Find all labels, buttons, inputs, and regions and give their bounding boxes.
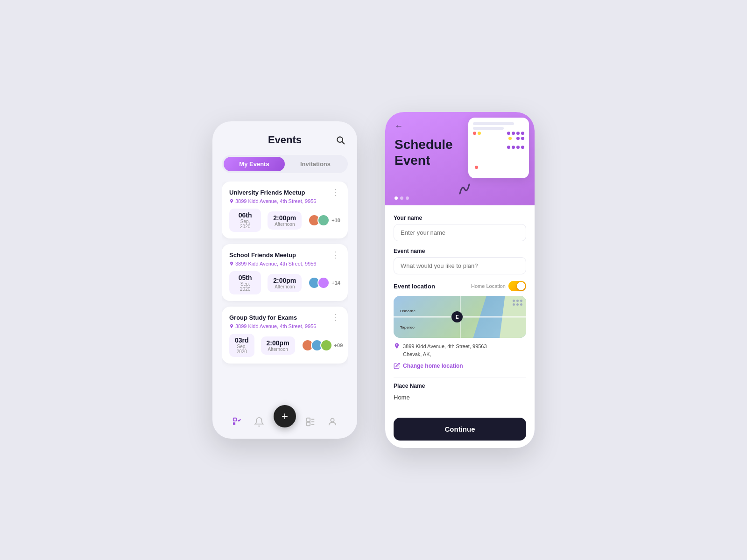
svg-point-9: [331, 419, 334, 422]
event-name-2: School Friends Meetup: [229, 252, 296, 259]
event-footer-1: 06th Sep, 2020 2:00pm Afternoon +10: [229, 209, 340, 232]
map-container: Osborne Taperoo E: [394, 296, 526, 338]
change-home-link[interactable]: Change home location: [394, 363, 526, 369]
address-line1: 3899 Kidd Avenue, 4th Street, 99563: [403, 343, 487, 349]
home-location-row: Home Location: [471, 281, 526, 291]
event-address-2: 3899 Kidd Avenue, 4th Street, 9956: [229, 261, 340, 266]
svg-rect-2: [233, 418, 236, 421]
schedule-form: Your name Event name Event location Home…: [385, 205, 535, 448]
continue-button[interactable]: Continue: [394, 418, 526, 441]
nav-list-icon[interactable]: [303, 414, 318, 429]
event-name-input[interactable]: [394, 257, 526, 274]
cal-dot-purple-5: [516, 137, 520, 140]
avatar-count-1: +10: [331, 217, 340, 223]
cal-dot-purple-8: [512, 146, 515, 149]
calendar-preview-card: [468, 118, 529, 178]
add-event-button[interactable]: +: [274, 405, 296, 427]
event-address-1: 3899 Kidd Avenue, 4th Street, 9956: [229, 198, 340, 204]
event-footer-2: 05th Sep, 2020 2:00pm Afternoon +14: [229, 271, 340, 294]
avatar-count-2: +14: [331, 280, 340, 286]
grid-dot: [516, 300, 519, 302]
nav-profile-icon[interactable]: [325, 414, 340, 429]
your-name-label: Your name: [394, 215, 526, 221]
tab-invitations[interactable]: Invitations: [285, 157, 346, 171]
event-address-text-2: 3899 Kidd Avenue, 4th Street, 9956: [235, 261, 317, 266]
grid-dot: [520, 303, 522, 306]
search-button[interactable]: [333, 133, 348, 147]
map-background: Osborne Taperoo E: [394, 296, 526, 338]
change-home-text: Change home location: [403, 363, 463, 369]
location-row: Event location Home Location: [394, 281, 526, 291]
events-tabs: My Events Invitations: [222, 155, 348, 173]
event-time-3: 2:00pm Afternoon: [261, 336, 295, 355]
cal-dot-purple-3: [516, 132, 520, 135]
divider: [394, 378, 526, 378]
place-name-label: Place Name: [394, 383, 526, 389]
event-avatars-1: +10: [308, 214, 340, 226]
event-card-header-1: University Friends Meetup ⋮: [229, 188, 340, 196]
event-date-3: 03rd Sep, 2020: [229, 334, 254, 357]
phone-events: Events My Events Invitations University …: [212, 121, 357, 439]
event-card-1[interactable]: University Friends Meetup ⋮ 3899 Kidd Av…: [222, 182, 348, 238]
event-location-label: Event location: [394, 283, 435, 290]
svg-rect-4: [307, 418, 310, 421]
svg-rect-3: [233, 423, 235, 425]
map-pin: E: [451, 311, 463, 322]
grid-dot: [516, 303, 519, 306]
cal-line-1: [473, 122, 514, 125]
map-label-osborne: Osborne: [400, 309, 416, 313]
event-time-2: 2:00pm Afternoon: [268, 274, 302, 292]
event-address-text-3: 3899 Kidd Avenue, 4th Street, 9956: [235, 323, 317, 329]
event-menu-2[interactable]: ⋮: [331, 251, 340, 259]
avatar-1b: [317, 214, 330, 226]
pag-dot-1: [395, 196, 398, 200]
edit-icon: [394, 363, 400, 369]
map-grid-dots: [513, 300, 522, 306]
event-menu-1[interactable]: ⋮: [331, 188, 340, 196]
schedule-header: ← ScheduleEvent: [385, 112, 535, 205]
event-date-1: 06th Sep, 2020: [229, 209, 261, 232]
cal-dots-row-3: [473, 146, 524, 149]
cal-dot-purple-6: [521, 137, 524, 140]
form-group-event-name: Event name: [394, 248, 526, 274]
event-card-3[interactable]: Group Study for Exams ⋮ 3899 Kidd Avenue…: [222, 307, 348, 364]
event-address-3: 3899 Kidd Avenue, 4th Street, 9956: [229, 323, 340, 329]
event-footer-3: 03rd Sep, 2020 2:00pm Afternoon +09: [229, 334, 340, 357]
event-address-text-1: 3899 Kidd Avenue, 4th Street, 9956: [235, 198, 317, 204]
cal-dot-yellow-2: [508, 137, 512, 140]
event-card-header-3: Group Study for Exams ⋮: [229, 313, 340, 322]
event-name-3: Group Study for Exams: [229, 314, 297, 321]
address-row: 3899 Kidd Avenue, 4th Street, 99563 Chev…: [394, 343, 526, 358]
event-card-header-2: School Friends Meetup ⋮: [229, 251, 340, 259]
event-name-label: Event name: [394, 248, 526, 254]
cal-dot-purple-10: [521, 146, 524, 149]
grid-dot: [513, 300, 515, 302]
cal-dot-red: [473, 132, 476, 135]
map-label-taperoo: Taperoo: [400, 325, 415, 329]
grid-dot: [520, 300, 522, 302]
tab-my-events[interactable]: My Events: [224, 157, 285, 171]
form-group-name: Your name: [394, 215, 526, 241]
back-button[interactable]: ←: [395, 121, 403, 131]
cal-dot-red-bottom: [475, 166, 478, 169]
bottom-nav: +: [222, 410, 348, 431]
cal-dot-purple-1: [507, 132, 510, 135]
event-time-1: 2:00pm Afternoon: [268, 211, 302, 230]
cal-dot-purple-7: [507, 146, 510, 149]
cal-lines: [473, 122, 524, 130]
grid-dot: [513, 303, 515, 306]
home-location-text: Home Location: [471, 283, 506, 289]
address-text: 3899 Kidd Avenue, 4th Street, 99563 Chev…: [403, 343, 487, 358]
event-menu-3[interactable]: ⋮: [331, 313, 340, 322]
cal-line-2: [473, 127, 504, 130]
nav-events-icon[interactable]: [230, 414, 245, 429]
your-name-input[interactable]: [394, 224, 526, 241]
squiggle-decoration: [458, 182, 472, 196]
home-location-toggle[interactable]: [508, 281, 526, 291]
event-card-2[interactable]: School Friends Meetup ⋮ 3899 Kidd Avenue…: [222, 244, 348, 301]
phone-schedule: ← ScheduleEvent: [385, 112, 535, 448]
nav-bell-icon[interactable]: [252, 414, 267, 429]
cal-dot-purple-4: [521, 132, 524, 135]
pagination-dots: [395, 196, 409, 200]
cal-dots-row-2: [473, 137, 524, 140]
